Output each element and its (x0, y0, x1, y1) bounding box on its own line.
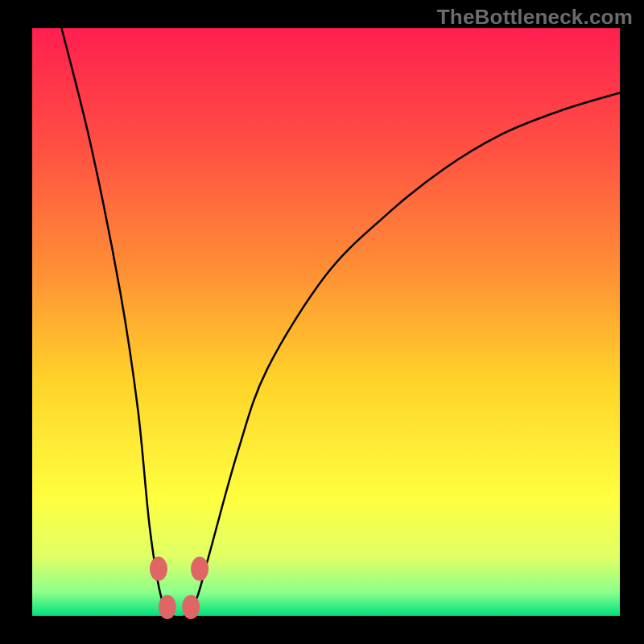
bottleneck-curve (62, 28, 621, 618)
chart-frame: TheBottleneck.com (0, 0, 644, 644)
curve-marker (150, 557, 167, 581)
curve-marker (191, 557, 208, 581)
curve-layer (32, 28, 620, 616)
watermark-text: TheBottleneck.com (437, 5, 633, 30)
plot-area (32, 28, 620, 616)
curve-marker (182, 595, 200, 619)
curve-marker (159, 595, 176, 619)
